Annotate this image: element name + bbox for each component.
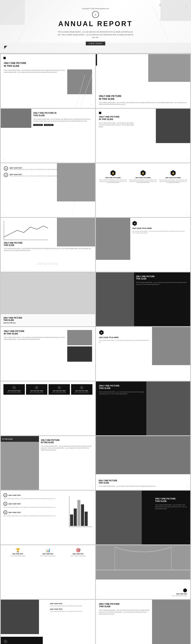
s15-body: This is a blank sample textbox，you can a… [41,445,92,451]
s8-body: This is a blank sample textbox，you can a… [132,230,187,234]
s12-hex-icon: ⊞ [101,332,102,334]
s13-body1: This is a blank sample textbox. [5,392,23,393]
s11-inner: ONLY ONE PICTUREIN THIS SLIDE This is a … [1,327,95,381]
s19-col3: 🎯 ADD YOUR TEXT This is a blank sample t… [64,548,92,556]
slide-14: ONLY ONE PICTURETHIS SLIDE This is a bla… [96,382,190,435]
s4-title: ONLY ONE PICTUREIN THIS SLIDE [99,116,135,120]
s2-body: This is a blank sample textbox，you can a… [99,102,187,106]
s6-hex1: 🔒 [110,170,116,176]
s13-hex2 [35,386,39,390]
slide-1-inner: ONLY ONE PICTUREIN THIS SLIDE This is a … [1,54,95,108]
s9-subtitle: Add Your Title here [4,322,92,324]
s13-col3: ADD YOUR TEXT HERE This is a blank sampl… [49,384,70,395]
s2-sidebar [96,54,97,66]
s15-image [1,436,39,490]
s13-label1: ADD YOUR TEXT HERE [5,390,23,392]
square-decor-1 [4,57,6,59]
s16-content: ONLY ONE PICTURETHIS SLIDE This is a bla… [96,477,190,490]
s19-inner: 🏆 ADD YOUR TEXT This is a blank sample t… [1,545,95,599]
slide-5: ◎ ADD YOUR TEXT This is a blank sample t… [1,163,95,217]
s18-content: ONLY ONE PICTURETHIS SLIDE This is a bla… [152,494,190,513]
s13-col1: ADD YOUR TEXT HERE This is a blank sampl… [4,384,25,395]
s5-icon1-sym: ◎ [5,168,7,170]
s8-page: ∠ [187,268,188,269]
slide-1: ONLY ONE PICTUREIN THIS SLIDE This is a … [1,54,95,108]
s16-title: ONLY ONE PICTURETHIS SLIDE [99,480,187,484]
cover-slide: Copyright © http://www.pptstore.net ⌂ AN… [0,0,191,54]
s19-body3: This is a blank sample textbox. [64,555,92,556]
s17-inner: ◎ ADD YOUR TEXT This is a blank sample t… [1,491,95,544]
s3-btn1[interactable]: VIEW MORE [33,124,43,126]
s19-body1: This is a blank sample textbox. [4,555,32,556]
s3-page: ∠ [3,159,4,160]
s19-body2: This is a blank sample textbox. [34,555,62,556]
s10-body: This is a blank sample textbox，you can a… [136,282,187,285]
slide-19: 🏆 ADD YOUR TEXT This is a blank sample t… [1,545,95,599]
s18-title: ONLY ONE PICTURETHIS SLIDE [155,498,187,502]
s13-body4: This is a blank sample textbox. [73,392,91,393]
s11-content: ONLY ONE PICTUREIN THIS SLIDE This is a … [4,330,92,362]
s13-label2: ADD YOUR TEXT HERE [28,390,46,392]
s7-chart [4,221,48,240]
s4-square [99,112,101,114]
s6-col3: 🔒 ADD YOUR TITLE HERE This is a blank sa… [159,170,187,183]
s6-icons-row: 🔒 ADD YOUR TITLE HERE This is a blank sa… [99,170,187,183]
s7-page: ∠ [3,268,4,269]
s6-title1: ADD YOUR TITLE HERE [99,177,127,178]
s16-bg-image [96,436,190,474]
s21-overlay: ADD YOUR TITLE HERE This is a blank samp… [1,600,95,644]
s17-bar2 [74,508,77,526]
home-symbol: ⌂ [95,13,96,16]
s17-icon2: ◎ [4,502,7,506]
s10-content: ONLY ONE PICTURETHIS SLIDE This is a bla… [136,276,187,285]
s9-title: ONLY ONE PICTURETHIS SLIDE [4,317,92,322]
s17-bars [69,496,92,527]
home-icon: ⌂ [92,11,99,18]
s8-image [96,218,130,260]
s15-header-text: IN THIS SLIDE [2,438,13,440]
s11-img1 [67,330,92,345]
slide-12: ⊞ ADD YOUR TITLE HERE This is a blank sa… [96,327,190,381]
s15-content: ONLY ONE PICTUREIN THIS SLIDE This is a … [41,439,92,451]
s3-btn2[interactable]: VIEW MORE [44,124,54,126]
s10-title: ONLY ONE PICTURETHIS SLIDE [136,276,187,280]
slide-7: ONLY ONE PICTURETHIS SLIDE This is a bla… [1,218,95,272]
slide-20: ADD YOUR TEXT This is a blank sample tex… [96,545,190,599]
s21-right-content: ADD YOUR TEXT This is a blank sample tex… [50,603,92,612]
slide-3: ONLY ONE PICTURE INTHIS SLIDE This is a … [1,109,95,162]
slide-13: ADD YOUR TEXT HERE This is a blank sampl… [1,382,95,435]
slide-22: ONLY ONE PICTURETHIS SLIDE This is a bla… [96,600,190,644]
s18-page: ∠ [187,540,188,542]
s19-trophy-icon: 🏆 [4,548,32,552]
s12-page: ∠ [187,377,188,378]
s13-hex1 [12,386,16,390]
s6-col1: 🔒 ADD YOUR TITLE HERE This is a blank sa… [99,170,127,183]
s11-text: ONLY ONE PICTUREIN THIS SLIDE This is a … [4,330,65,362]
s1-title: ONLY ONE PICTUREIN THIS SLIDE [4,62,92,68]
slide-16: ONLY ONE PICTURETHIS SLIDE This is a bla… [96,436,190,490]
s5-body2: This is a blank sample textbox. you can … [10,175,62,176]
s3-content: ONLY ONE PICTURE INTHIS SLIDE This is a … [33,112,92,126]
s5-icon1: ◎ [4,166,8,170]
s6-body3: This is a blank sample textbox，you can a… [159,179,187,183]
s19-label1: ADD YOUR TEXT [4,553,32,554]
s5-text2: ADD YOUR TEXT This is a blank sample tex… [10,174,62,176]
s4-body: This is a blank sample textbox，you can a… [99,122,135,128]
s17-bar1 [70,514,73,526]
s6-col2: 🔒 ADD YOUR TITLE HERE This is a blank sa… [129,170,157,183]
cover-title: ANNUAL REPORT [58,20,133,28]
s14-image [146,382,190,435]
s11-page: ∠ [3,377,4,378]
s5-label1: ADD YOUR TEXT [10,167,62,169]
cover-copyright: Copyright © http://www.pptstore.net [82,8,109,10]
s6-hex3: 🔒 [170,170,176,176]
s17-label2: ADD YOUR TEXT [9,503,21,505]
view-more-button[interactable]: VIEW MORE [86,42,105,46]
s2-content: ONLY ONE PICTUREIN THIS SLIDE This is a … [96,92,190,108]
s22-image [152,600,190,644]
s14-body: This is a blank sample textbox，you can a… [99,391,144,395]
s10-page: ∠ [187,322,188,324]
s1-content: This is a blank sample textbox，you can a… [4,70,92,94]
s17-icon1: ◎ [4,493,7,497]
s5-text1: ADD YOUR TEXT This is a blank sample tex… [10,167,62,170]
